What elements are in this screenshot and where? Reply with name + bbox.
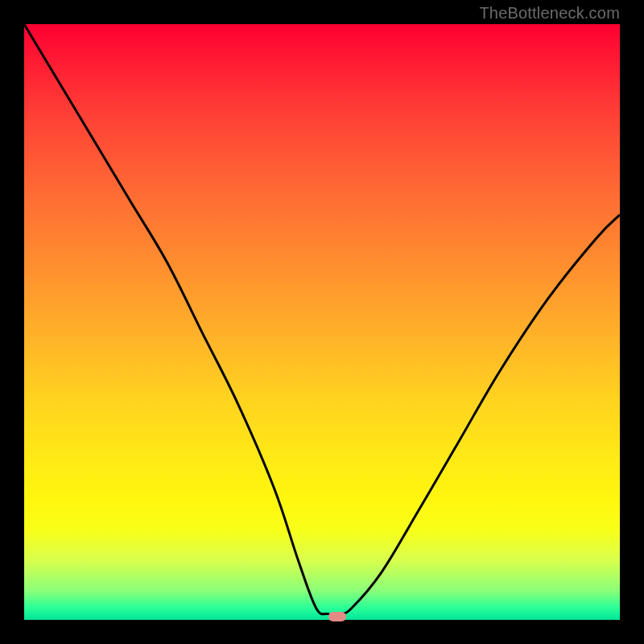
minimum-marker (328, 612, 346, 621)
bottleneck-curve (24, 24, 620, 615)
plot-area (24, 24, 620, 620)
curve-layer (24, 24, 620, 620)
chart-frame: TheBottleneck.com (0, 0, 644, 644)
attribution-text: TheBottleneck.com (479, 4, 620, 23)
